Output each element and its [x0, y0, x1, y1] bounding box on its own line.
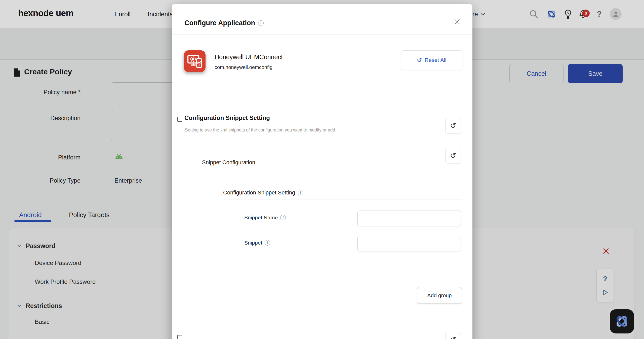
divider — [202, 172, 465, 172]
info-icon[interactable] — [298, 190, 303, 195]
section-checkbox[interactable] — [177, 335, 182, 339]
info-icon[interactable] — [265, 240, 270, 246]
reset-section-button[interactable] — [445, 118, 461, 133]
info-icon[interactable] — [280, 215, 286, 220]
add-group-button[interactable]: Add group — [417, 287, 462, 304]
close-icon[interactable] — [453, 17, 462, 26]
group-title: Snippet Configuration — [202, 159, 255, 166]
reset-icon — [450, 336, 456, 339]
configure-application-modal: Configure Application Honeywell UEMConne… — [172, 4, 472, 339]
honeywell-app-icon — [184, 50, 206, 72]
reset-icon — [450, 122, 456, 129]
reset-section-button[interactable] — [445, 332, 461, 339]
divider — [172, 34, 472, 35]
subsection-title: Configuration Snippet Setting — [223, 189, 303, 196]
snippet-label: Snippet — [244, 240, 270, 246]
reset-icon — [450, 152, 456, 159]
reset-group-button[interactable] — [445, 148, 461, 163]
app-package: com.honeywell.oemconfig — [215, 64, 272, 70]
screen: hexnode uem Enroll Incidents More — [0, 0, 644, 339]
snippet-input[interactable] — [357, 236, 461, 251]
divider — [179, 143, 465, 143]
snippet-name-input[interactable] — [357, 211, 461, 226]
app-name: Honeywell UEMConnect — [215, 53, 283, 61]
reset-all-button[interactable]: Reset All — [401, 50, 462, 70]
info-icon[interactable] — [258, 20, 264, 26]
reset-icon — [417, 57, 422, 63]
section-description: Setting to use the xml snippets of the c… — [185, 127, 336, 133]
snippet-name-label: Snippet Name — [244, 215, 286, 221]
modal-title: Configure Application — [184, 19, 264, 27]
section-title: Configuration Snippet Setting — [184, 114, 270, 121]
divider — [172, 99, 472, 99]
divider — [223, 199, 462, 199]
section-checkbox[interactable] — [177, 117, 182, 122]
